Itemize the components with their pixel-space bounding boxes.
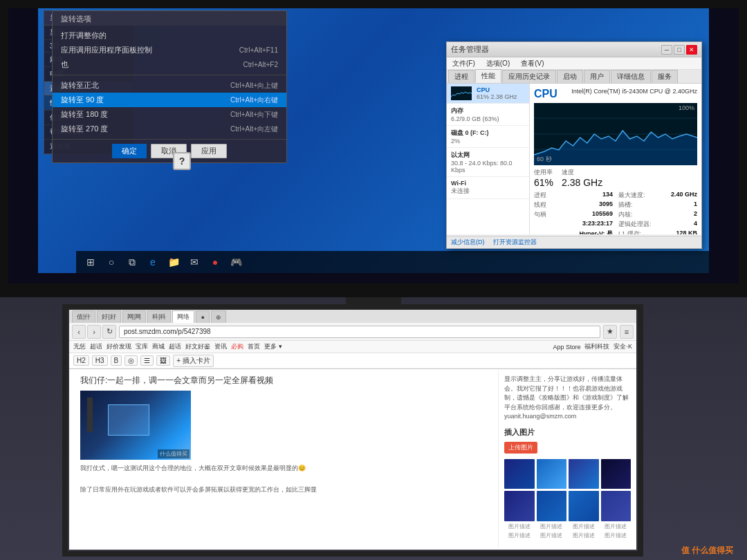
nav-item-8[interactable]: 资讯 bbox=[214, 342, 227, 351]
img-label-3: 图片描述 bbox=[569, 523, 599, 530]
sidebar-memory[interactable]: 内存 6.2/9.0 GB (63%) bbox=[447, 104, 529, 126]
image-thumb-6[interactable] bbox=[537, 491, 567, 521]
l1-label: L1 缓存: bbox=[618, 230, 641, 234]
nav-item-10[interactable]: 首页 bbox=[248, 342, 260, 351]
submenu-trigger-3[interactable]: 也 Ctrl+Alt+F2 bbox=[53, 57, 286, 72]
tab-startup[interactable]: 启动 bbox=[557, 70, 583, 83]
rotate-north[interactable]: 旋转至正北 Ctrl+Alt+向上键 bbox=[53, 78, 286, 93]
stat-handles-row: 句柄 105569 bbox=[534, 210, 613, 219]
browser-tab-2[interactable]: 好|好 bbox=[97, 310, 120, 323]
tab-performance[interactable]: 性能 bbox=[475, 69, 501, 83]
browser-chrome: 值|什 好|好 网|网 科|科 网络 ● ⊕ ‹ › ↻ post.smzdm.… bbox=[69, 308, 636, 369]
stat-l1-row: L1 缓存: 128 KB bbox=[618, 230, 697, 234]
editor-bold[interactable]: B bbox=[111, 355, 122, 366]
mail-icon[interactable]: ✉ bbox=[186, 254, 203, 270]
confirm-button[interactable]: 确定 bbox=[112, 144, 147, 158]
browser-tab-7[interactable]: ⊕ bbox=[211, 310, 226, 323]
browser-tab-4[interactable]: 科|科 bbox=[147, 310, 171, 323]
task-manager-body: CPU 61% 2.38 GHz 内存 6.2/9.0 GB (63%) 磁盘 … bbox=[447, 84, 701, 234]
editor-image[interactable]: 🖼 bbox=[156, 355, 170, 366]
image-thumb-4[interactable] bbox=[601, 459, 631, 489]
taskbar-icon-4[interactable]: 🎮 bbox=[228, 254, 244, 270]
image-thumb-1[interactable] bbox=[504, 459, 535, 489]
nav-smzdm[interactable]: 安全·K bbox=[614, 342, 632, 351]
editor-h2[interactable]: H2 bbox=[73, 355, 89, 366]
submenu-trigger-2[interactable]: 应用调用应用程序面板控制 Ctrl+Alt+F11 bbox=[53, 43, 286, 57]
help-icon[interactable]: ? bbox=[173, 152, 191, 170]
rotate-90[interactable]: 旋转至 90 度 Ctrl+Alt+向右键 bbox=[53, 93, 286, 107]
editor-insert-card[interactable]: + 插入卡片 bbox=[173, 355, 214, 367]
sidebar-cpu[interactable]: CPU 61% 2.38 GHz bbox=[447, 84, 529, 104]
apply-button[interactable]: 应用 bbox=[191, 144, 227, 158]
image-thumb-3[interactable] bbox=[569, 459, 599, 489]
image-thumb-8[interactable] bbox=[601, 491, 631, 521]
browser-tab-3[interactable]: 网|网 bbox=[122, 310, 146, 323]
nav-item-6[interactable]: 超话 bbox=[169, 342, 181, 351]
article-image: 什么值得买 bbox=[80, 391, 191, 460]
browser-tab-active[interactable]: 网络 bbox=[172, 310, 194, 323]
handles-value: 105569 bbox=[592, 210, 613, 219]
nav-app-store[interactable]: App Store bbox=[553, 344, 580, 351]
ie-icon[interactable]: e bbox=[145, 254, 161, 270]
tab-users[interactable]: 用户 bbox=[584, 70, 610, 83]
editor-quote[interactable]: ◎ bbox=[124, 355, 138, 366]
tm-menu-view[interactable]: 查看(V) bbox=[518, 59, 546, 68]
open-monitor-link[interactable]: 打开资源监控器 bbox=[493, 238, 537, 247]
settings-button[interactable]: ≡ bbox=[620, 325, 634, 339]
top-monitor: 显示 显示 3D 媒体 电源 选项和支持 快捷键管理 信息中心 帮助和支持 退出… bbox=[0, 0, 747, 297]
img-label-2: 图片描述 bbox=[536, 523, 566, 530]
sidebar-memory-label: 内存 bbox=[451, 106, 525, 115]
minimize-button[interactable]: ─ bbox=[661, 45, 672, 55]
details-link[interactable]: 减少信息(D) bbox=[451, 238, 485, 247]
editor-list[interactable]: ☰ bbox=[140, 355, 154, 366]
nav-item-5[interactable]: 商城 bbox=[152, 342, 165, 351]
taskbar: ⊞ ○ ⧉ e 📁 ✉ ● 🎮 23:21 2017/6/16 bbox=[76, 251, 709, 273]
back-button[interactable]: ‹ bbox=[72, 325, 86, 339]
rotate-180[interactable]: 旋转至 180 度 Ctrl+Alt+向下键 bbox=[53, 107, 286, 122]
nav-item-3[interactable]: 好价发现 bbox=[107, 342, 131, 351]
rotate-270[interactable]: 旋转至 270 度 Ctrl+Alt+向左键 bbox=[53, 122, 286, 136]
close-button[interactable]: ✕ bbox=[686, 45, 697, 55]
stat-sockets-row: 插槽: 1 bbox=[618, 200, 697, 209]
tm-menu-file[interactable]: 文件(F) bbox=[450, 59, 478, 68]
image-thumb-5[interactable] bbox=[504, 491, 535, 521]
refresh-button[interactable]: ↻ bbox=[102, 325, 116, 339]
cpu-mini-graph bbox=[451, 86, 472, 100]
image-thumb-2[interactable] bbox=[537, 459, 567, 489]
nav-item-1[interactable]: 无惩 bbox=[73, 342, 86, 351]
nav-item-4[interactable]: 宝库 bbox=[136, 342, 148, 351]
browser-tab-6[interactable]: ● bbox=[196, 310, 209, 323]
cpu-title: CPU bbox=[534, 88, 557, 100]
tm-menu-options[interactable]: 选项(O) bbox=[483, 59, 513, 68]
file-explorer-icon[interactable]: 📁 bbox=[165, 254, 182, 270]
sidebar-wifi[interactable]: Wi-Fi 未连接 bbox=[447, 177, 529, 199]
browser-content: 我们仔:一起一排，调一一会文章而另一定全屏看视频 什么值得买 我打仗式，嗯一这测… bbox=[69, 369, 636, 548]
sidebar-ethernet[interactable]: 以太网 30.8 - 24.0 Kbps: 80.0 Kbps bbox=[447, 148, 529, 177]
rotate-90-shortcut: Ctrl+Alt+向右键 bbox=[230, 95, 278, 105]
tab-processes[interactable]: 进程 bbox=[448, 70, 474, 83]
nav-item-more[interactable]: 更多 ▾ bbox=[264, 342, 282, 351]
tab-history[interactable]: 应用历史记录 bbox=[502, 70, 556, 83]
submenu-trigger-label-2: 应用调用应用程序面板控制 bbox=[61, 45, 225, 55]
nav-tech-science[interactable]: 福利科技 bbox=[584, 342, 609, 351]
maximize-button[interactable]: □ bbox=[674, 45, 685, 55]
chrome-icon[interactable]: ● bbox=[207, 254, 223, 270]
bookmark-button[interactable]: ★ bbox=[603, 325, 617, 339]
address-bar[interactable]: post.smzdm.com/p/5427398 bbox=[119, 326, 600, 338]
tab-services[interactable]: 服务 bbox=[652, 70, 678, 83]
image-thumb-7[interactable] bbox=[569, 491, 599, 521]
tab-details[interactable]: 详细信息 bbox=[611, 70, 651, 83]
nav-item-7[interactable]: 好文好鉴 bbox=[185, 342, 210, 351]
submenu-trigger[interactable]: 打开调整你的 bbox=[53, 28, 286, 43]
upload-button[interactable]: 上传图片 bbox=[504, 442, 537, 454]
nav-item-9[interactable]: 必购 bbox=[231, 342, 243, 351]
nav-item-2[interactable]: 超话 bbox=[90, 342, 102, 351]
sidebar-disk[interactable]: 磁盘 0 (F: C:) 2% bbox=[447, 126, 529, 148]
browser-tab-1[interactable]: 值|什 bbox=[72, 310, 95, 323]
l1-value: 128 KB bbox=[676, 230, 697, 234]
start-button[interactable]: ⊞ bbox=[82, 254, 99, 270]
task-view-icon[interactable]: ⧉ bbox=[124, 254, 140, 270]
forward-button[interactable]: › bbox=[87, 325, 101, 339]
editor-h3[interactable]: H3 bbox=[92, 355, 108, 366]
search-icon[interactable]: ○ bbox=[103, 254, 120, 270]
